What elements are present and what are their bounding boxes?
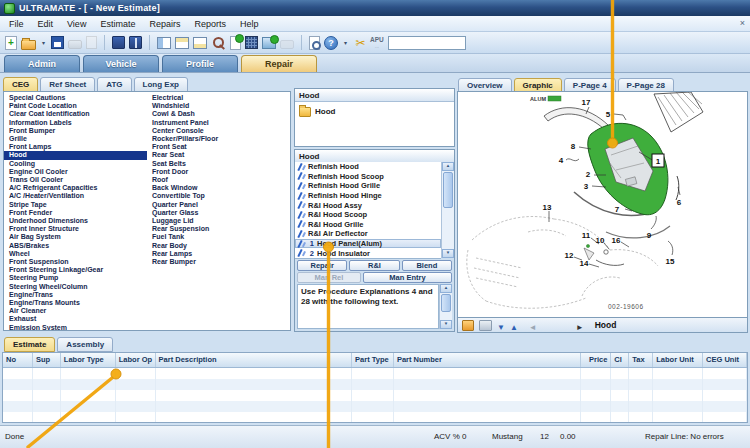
category-item[interactable]: ABS/Brakes <box>4 242 147 250</box>
toolbar-search-input[interactable] <box>388 36 466 50</box>
category-item[interactable]: Grille <box>4 135 147 143</box>
scroll-thumb[interactable] <box>441 294 451 312</box>
column-header-cl[interactable]: Cl <box>611 353 629 367</box>
layout-left-icon[interactable] <box>157 37 171 49</box>
category-item[interactable]: Paint Code Location <box>4 102 147 110</box>
category-item[interactable]: Exhaust <box>4 315 147 323</box>
graphic-print-icon[interactable] <box>479 320 492 331</box>
category-item[interactable]: Rear Suspension <box>147 225 290 233</box>
dropdown-caret-icon[interactable] <box>40 39 47 46</box>
column-header-part-description[interactable]: Part Description <box>156 353 352 367</box>
tab-ref-sheet[interactable]: Ref Sheet <box>40 77 95 92</box>
category-item[interactable]: Special Cautions <box>4 94 147 102</box>
repair-button[interactable]: Repair <box>297 260 347 271</box>
category-item[interactable]: Cooling <box>4 160 147 168</box>
dropdown-caret-icon[interactable] <box>342 39 349 46</box>
tab-estimate[interactable]: Estimate <box>4 337 55 352</box>
operation-item[interactable]: R&I Air Deflector <box>295 229 441 239</box>
column-header-tax[interactable]: Tax <box>629 353 653 367</box>
category-item[interactable]: Steering Wheel/Column <box>4 283 147 291</box>
layout-bottom-icon[interactable] <box>193 37 207 49</box>
group-tree-item[interactable]: Hood <box>295 102 454 117</box>
operation-item[interactable]: R&I Hood Grille <box>295 220 441 230</box>
menu-file[interactable]: File <box>2 18 31 30</box>
menu-help[interactable]: Help <box>233 18 266 30</box>
book-open-icon[interactable] <box>129 36 142 49</box>
category-item[interactable]: A/C Refrigerant Capacities <box>4 184 147 192</box>
menu-estimate[interactable]: Estimate <box>93 18 142 30</box>
table-row[interactable] <box>3 390 747 401</box>
tab-ceg[interactable]: CEG <box>3 77 38 92</box>
category-item[interactable]: Seat Belts <box>147 160 290 168</box>
category-item[interactable]: Quarter Panel <box>147 201 290 209</box>
operation-item[interactable]: R&I Hood Assy <box>295 200 441 210</box>
table-row[interactable] <box>3 401 747 412</box>
category-item[interactable]: Engine/Trans Mounts <box>4 299 147 307</box>
menu-reports[interactable]: Reports <box>187 18 233 30</box>
category-item[interactable]: Air Bag System <box>4 233 147 241</box>
tab-long-exp[interactable]: Long Exp <box>134 77 188 92</box>
category-item[interactable]: Engine/Trans <box>4 291 147 299</box>
operation-item[interactable]: 1Hood Panel(Alum) <box>295 239 441 249</box>
category-item[interactable]: Convertible Top <box>147 192 290 200</box>
category-item[interactable]: Steering Pump <box>4 274 147 282</box>
operation-item[interactable]: Refinish Hood Grille <box>295 181 441 191</box>
category-item[interactable]: Center Console <box>147 127 290 135</box>
column-header-part-type[interactable]: Part Type <box>352 353 394 367</box>
category-item[interactable]: Front Inner Structure <box>4 225 147 233</box>
column-header-sup[interactable]: Sup <box>33 353 61 367</box>
graphic-tool-icon[interactable] <box>462 320 474 331</box>
category-item[interactable]: Rocker/Pillars/Floor <box>147 135 290 143</box>
tab-profile[interactable]: Profile <box>162 55 238 72</box>
category-item[interactable]: A/C /Heater/Ventilation <box>4 192 147 200</box>
operation-item[interactable]: Refinish Hood <box>295 162 441 172</box>
category-item[interactable]: Underhood Dimensions <box>4 217 147 225</box>
category-item[interactable]: Cowl & Dash <box>147 110 290 118</box>
arrow-up-icon[interactable] <box>510 316 518 334</box>
mdi-close-icon[interactable]: × <box>740 19 750 28</box>
category-item[interactable]: Wheel <box>4 250 147 258</box>
apu-toggle[interactable]: APU ... <box>370 37 384 49</box>
tab-repair[interactable]: Repair <box>241 55 317 72</box>
scroll-thumb[interactable] <box>443 172 453 208</box>
save-icon[interactable] <box>51 36 64 49</box>
category-item[interactable]: Trans Oil Cooler <box>4 176 147 184</box>
category-item[interactable]: Stripe Tape <box>4 201 147 209</box>
man-entry-button[interactable]: Man Entry <box>363 272 452 283</box>
category-item[interactable]: Front Suspension <box>4 258 147 266</box>
column-header-labor-type[interactable]: Labor Type <box>61 353 116 367</box>
category-item[interactable]: Back Window <box>147 184 290 192</box>
category-item[interactable]: Front Bumper <box>4 127 147 135</box>
tab-assembly[interactable]: Assembly <box>57 337 113 352</box>
category-item[interactable]: Roof <box>147 176 290 184</box>
open-icon[interactable] <box>21 40 36 50</box>
image-badge-icon[interactable] <box>262 37 276 49</box>
column-header-part-number[interactable]: Part Number <box>394 353 581 367</box>
operation-item[interactable]: R&I Hood Scoop <box>295 210 441 220</box>
audit-icon[interactable] <box>309 36 320 50</box>
tab-vehicle[interactable]: Vehicle <box>83 55 159 72</box>
new-estimate-icon[interactable] <box>5 36 17 50</box>
category-item[interactable]: Windshield <box>147 102 290 110</box>
column-header-no[interactable]: No <box>3 353 33 367</box>
category-item[interactable]: Front Lamps <box>4 143 147 151</box>
category-item[interactable]: Clear Coat Identification <box>4 110 147 118</box>
category-item[interactable]: Rear Body <box>147 242 290 250</box>
category-item[interactable]: Front Steering Linkage/Gear <box>4 266 147 274</box>
layout-top-icon[interactable] <box>175 37 189 49</box>
arrow-down-icon[interactable] <box>497 316 505 334</box>
column-header-ceg-unit[interactable]: CEG Unit <box>703 353 747 367</box>
menu-repairs[interactable]: Repairs <box>142 18 187 30</box>
scroll-up-icon[interactable] <box>440 284 452 293</box>
book-blue-icon[interactable] <box>112 36 125 49</box>
blend-button[interactable]: Blend <box>402 260 452 271</box>
operation-item[interactable]: Refinish Hood Scoop <box>295 172 441 182</box>
menu-edit[interactable]: Edit <box>31 18 61 30</box>
category-item[interactable]: Electrical <box>147 94 290 102</box>
scroll-up-icon[interactable] <box>442 162 454 171</box>
prev-graphic-icon[interactable] <box>529 316 537 334</box>
operation-item[interactable]: Refinish Hood Hinge <box>295 191 441 201</box>
operation-item[interactable]: 2Hood Insulator <box>295 248 441 258</box>
category-item[interactable]: Front Fender <box>4 209 147 217</box>
category-item[interactable]: Information Labels <box>4 119 147 127</box>
